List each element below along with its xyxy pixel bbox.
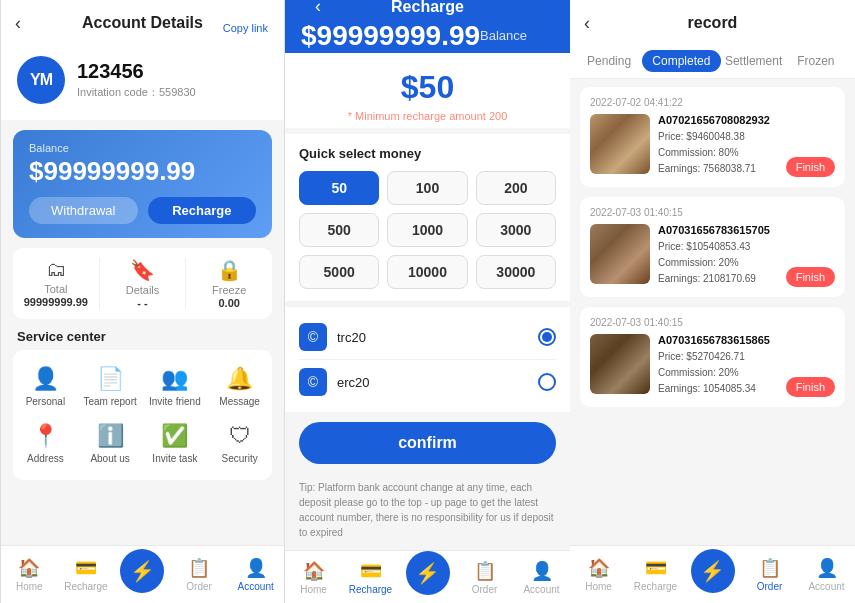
- p2-home-label: Home: [300, 584, 327, 595]
- finish-button[interactable]: Finish: [786, 157, 835, 177]
- copy-link-button[interactable]: Copy link: [223, 22, 268, 34]
- recharge-panel: ‹ Recharge $99999999.99 Balance $50 * Mi…: [285, 0, 570, 603]
- recharge-balance-row: $99999999.99 Balance: [301, 20, 527, 52]
- amount-3000[interactable]: 3000: [476, 213, 556, 247]
- security-label: Security: [222, 453, 258, 464]
- p3-nav-order[interactable]: 📋 Order: [741, 557, 798, 592]
- recharge-back-button[interactable]: ‹: [315, 0, 321, 17]
- p3-bottom-nav: 🏠 Home 💳 Recharge ⚡ 📋 Order 👤 Account: [570, 545, 855, 603]
- amount-5000[interactable]: 5000: [299, 255, 379, 289]
- p3-nav-grab[interactable]: ⚡: [684, 549, 741, 601]
- amount-10000[interactable]: 10000: [387, 255, 467, 289]
- order-nav-label: Order: [186, 581, 212, 592]
- user-row: YM 123456 Invitation code：559830: [17, 56, 268, 104]
- record-back-button[interactable]: ‹: [584, 13, 590, 34]
- erc20-radio[interactable]: [538, 373, 556, 391]
- service-security[interactable]: 🛡 Security: [207, 415, 272, 472]
- p1-nav-home[interactable]: 🏠 Home: [1, 557, 58, 592]
- tab-completed[interactable]: Completed: [642, 50, 720, 72]
- home-label: Home: [16, 581, 43, 592]
- tab-frozen[interactable]: Frozen: [785, 44, 847, 78]
- amount-1000[interactable]: 1000: [387, 213, 467, 247]
- finish-button[interactable]: Finish: [786, 377, 835, 397]
- about-us-label: About us: [90, 453, 129, 464]
- p2-order-label: Order: [472, 584, 498, 595]
- p1-bottom-nav: 🏠 Home 💳 Recharge ⚡ 📋 Order 👤 Account: [1, 545, 284, 603]
- p2-grab-button[interactable]: ⚡: [406, 551, 450, 595]
- service-about-us[interactable]: ℹ️ About us: [78, 415, 143, 472]
- recharge-balance-label: Balance: [480, 28, 527, 43]
- grab-button[interactable]: ⚡: [120, 549, 164, 593]
- record-panel: ‹ record Pending Completed Settlement Fr…: [570, 0, 855, 603]
- balance-label: Balance: [29, 142, 256, 154]
- total-value: 99999999.99: [13, 296, 99, 308]
- service-invite-friend[interactable]: 👥 Invite friend: [143, 358, 208, 415]
- p3-nav-account[interactable]: 👤 Account: [798, 557, 855, 592]
- message-icon: 🔔: [226, 366, 253, 392]
- p1-nav-account[interactable]: 👤 Account: [227, 557, 284, 592]
- freeze-icon: 🔒: [186, 258, 272, 282]
- service-grid: 👤 Personal 📄 Team report 👥 Invite friend…: [13, 350, 272, 480]
- balance-amount: $99999999.99: [29, 156, 256, 187]
- p3-nav-home[interactable]: 🏠 Home: [570, 557, 627, 592]
- account-back-button[interactable]: ‹: [15, 13, 21, 34]
- p3-grab-button[interactable]: ⚡: [691, 549, 735, 593]
- details-value: - -: [100, 297, 186, 309]
- erc20-label: erc20: [337, 375, 538, 390]
- service-team-report[interactable]: 📄 Team report: [78, 358, 143, 415]
- account-nav-icon: 👤: [245, 557, 267, 579]
- p3-recharge-label: Recharge: [634, 581, 677, 592]
- tab-settlement[interactable]: Settlement: [723, 44, 785, 78]
- p3-recharge-icon: 💳: [645, 557, 667, 579]
- p1-nav-grab[interactable]: ⚡: [114, 549, 171, 601]
- confirm-button[interactable]: confirm: [299, 422, 556, 464]
- amount-100[interactable]: 100: [387, 171, 467, 205]
- method-trc20[interactable]: © trc20: [299, 315, 556, 360]
- p2-nav-account[interactable]: 👤 Account: [513, 560, 570, 595]
- method-erc20[interactable]: © erc20: [299, 360, 556, 404]
- p2-nav-recharge[interactable]: 💳 Recharge: [342, 560, 399, 595]
- trc20-radio[interactable]: [538, 328, 556, 346]
- recharge-button[interactable]: Recharge: [148, 197, 257, 224]
- trc20-icon: ©: [299, 323, 327, 351]
- invite-code: Invitation code：559830: [77, 85, 268, 100]
- quick-select-title: Quick select money: [299, 146, 556, 161]
- p3-order-label: Order: [757, 581, 783, 592]
- account-nav-label: Account: [238, 581, 274, 592]
- quick-select-section: Quick select money 50 100 200 500 1000 3…: [285, 134, 570, 301]
- amount-30000[interactable]: 30000: [476, 255, 556, 289]
- withdraw-button[interactable]: Withdrawal: [29, 197, 138, 224]
- grab-icon: ⚡: [130, 559, 155, 583]
- p2-nav-home[interactable]: 🏠 Home: [285, 560, 342, 595]
- stats-row: 🗂 Total 99999999.99 🔖 Details - - 🔒 Free…: [13, 248, 272, 319]
- service-personal[interactable]: 👤 Personal: [13, 358, 78, 415]
- invite-friend-label: Invite friend: [149, 396, 201, 407]
- home-icon: 🏠: [18, 557, 40, 579]
- finish-button[interactable]: Finish: [786, 267, 835, 287]
- p2-nav-order[interactable]: 📋 Order: [456, 560, 513, 595]
- p3-home-label: Home: [585, 581, 612, 592]
- service-message[interactable]: 🔔 Message: [207, 358, 272, 415]
- record-thumbnail: [590, 224, 650, 284]
- order-nav-icon: 📋: [188, 557, 210, 579]
- tab-pending[interactable]: Pending: [578, 44, 640, 78]
- recharge-title: Recharge: [391, 0, 464, 16]
- p2-nav-grab[interactable]: ⚡: [399, 551, 456, 603]
- p3-nav-recharge[interactable]: 💳 Recharge: [627, 557, 684, 592]
- record-id: A07031656783615865: [658, 334, 778, 346]
- personal-label: Personal: [26, 396, 65, 407]
- service-invite-task[interactable]: ✅ Invite task: [143, 415, 208, 472]
- p2-home-icon: 🏠: [303, 560, 325, 582]
- freeze-value: 0.00: [186, 297, 272, 309]
- p1-nav-order[interactable]: 📋 Order: [171, 557, 228, 592]
- amount-50[interactable]: 50: [299, 171, 379, 205]
- account-top-bar: ‹ Account Details Copy link: [1, 0, 284, 44]
- service-address[interactable]: 📍 Address: [13, 415, 78, 472]
- record-detail: Price: $10540853.43 Commission: 20% Earn…: [658, 239, 778, 287]
- p1-nav-recharge[interactable]: 💳 Recharge: [58, 557, 115, 592]
- balance-actions: Withdrawal Recharge: [29, 197, 256, 224]
- amount-200[interactable]: 200: [476, 171, 556, 205]
- thumb-inner: [590, 114, 650, 174]
- amount-500[interactable]: 500: [299, 213, 379, 247]
- record-info: A07021656708082932 Price: $9460048.38 Co…: [658, 114, 778, 177]
